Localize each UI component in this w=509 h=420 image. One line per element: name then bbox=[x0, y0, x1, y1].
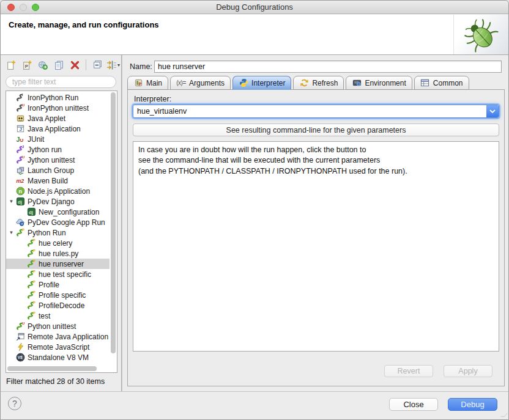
chevron-down-icon bbox=[489, 109, 496, 114]
tree-item-label: Profile specific bbox=[39, 291, 86, 300]
tree-item-python-run[interactable]: ▼PPython Run bbox=[6, 227, 110, 238]
svg-text:J: J bbox=[16, 136, 20, 143]
help-button[interactable]: ? bbox=[8, 397, 21, 410]
interpreter-combo-dropdown-button[interactable] bbox=[486, 105, 499, 117]
python-run-icon: P bbox=[26, 259, 36, 269]
duplicate-icon bbox=[54, 60, 64, 70]
tab-arguments[interactable]: (x)=Arguments bbox=[170, 76, 231, 90]
tab-environment[interactable]: Environment bbox=[346, 76, 412, 90]
tree-item-launch-group[interactable]: Launch Group bbox=[6, 165, 110, 175]
svg-text:dj: dj bbox=[18, 199, 22, 205]
name-input[interactable] bbox=[154, 61, 502, 73]
tree-item-remote-java-application[interactable]: Remote Java Application bbox=[6, 331, 110, 342]
tree-item-profile-specific[interactable]: PProfile specific bbox=[6, 290, 110, 300]
tree-item-label: Jython unittest bbox=[28, 156, 75, 164]
tree-vertical-scrollbar[interactable] bbox=[110, 92, 116, 364]
name-label: Name: bbox=[130, 62, 152, 71]
tree-item-java-application[interactable]: JJava Application bbox=[6, 123, 110, 134]
tree-item-label: Jython run bbox=[28, 146, 62, 154]
new-prototype-icon: P bbox=[22, 60, 32, 70]
tree-item-label: PyDev Django bbox=[28, 197, 75, 206]
tab-interpreter[interactable]: Interpreter bbox=[232, 76, 291, 90]
tab-refresh[interactable]: Refresh bbox=[293, 76, 344, 90]
tree-item-label: Python Run bbox=[28, 229, 66, 237]
tree-item-profiledecode[interactable]: PProfileDecode bbox=[6, 300, 110, 311]
tree-item-pydev-django[interactable]: ▼djPyDev Django bbox=[6, 196, 110, 207]
close-button[interactable]: Close bbox=[389, 398, 438, 411]
svg-text:dj: dj bbox=[29, 210, 33, 215]
tree-item-remote-javascript[interactable]: Remote JavaScript bbox=[6, 342, 110, 352]
see-command-line-button[interactable]: See resulting command-line for the given… bbox=[133, 123, 499, 136]
configurations-panel: P▾ IIronPython RunUIronPython unittestJa… bbox=[1, 55, 121, 392]
export-configurations-button[interactable] bbox=[36, 58, 50, 72]
tab-label: Interpreter bbox=[251, 79, 285, 87]
tree-item-standalone-v8-vm[interactable]: V8Standalone V8 VM bbox=[6, 352, 110, 363]
delete-configuration-button[interactable] bbox=[68, 58, 81, 72]
tab-common[interactable]: Common bbox=[414, 76, 469, 90]
tree-item-ironpython-run[interactable]: IIronPython Run bbox=[6, 92, 110, 103]
svg-text:U: U bbox=[20, 138, 23, 143]
tab-label: Refresh bbox=[312, 79, 338, 87]
svg-text:P: P bbox=[32, 301, 35, 304]
tree-item-label: IronPython unittest bbox=[28, 104, 89, 112]
python-run-icon: P bbox=[26, 270, 36, 279]
interpreter-combo-input[interactable] bbox=[133, 105, 486, 117]
tree-item-hue-celery[interactable]: Phue celery bbox=[6, 238, 110, 248]
tree-item-junit[interactable]: JUJUnit bbox=[6, 134, 110, 144]
svg-text:P: P bbox=[21, 228, 24, 232]
header-banner: Create, manage, and run configurations bbox=[1, 15, 508, 55]
tree-item-java-applet[interactable]: Java Applet bbox=[6, 113, 110, 123]
new-configuration-button[interactable] bbox=[4, 58, 18, 72]
tab-main[interactable]: PMain bbox=[127, 76, 168, 90]
tab-label: Main bbox=[146, 79, 162, 87]
filter-input[interactable] bbox=[6, 76, 116, 88]
svg-text:P: P bbox=[32, 238, 35, 242]
svg-text:J: J bbox=[21, 145, 23, 149]
new-config-icon bbox=[6, 60, 17, 70]
interpreter-combo bbox=[133, 105, 499, 118]
svg-text:P: P bbox=[32, 280, 35, 284]
tree-item-jython-run[interactable]: JJython run bbox=[6, 144, 110, 155]
tree-item-ironpython-unittest[interactable]: UIronPython unittest bbox=[6, 103, 110, 113]
resize-grip[interactable] bbox=[500, 413, 508, 417]
python-unittest-icon: U bbox=[15, 322, 25, 331]
expand-triangle-icon[interactable]: ▼ bbox=[7, 199, 15, 204]
debug-button[interactable]: Debug bbox=[448, 398, 497, 411]
java-application-icon: J bbox=[15, 124, 25, 134]
filter-configurations-button[interactable]: ▾ bbox=[106, 58, 120, 72]
collapse-all-button[interactable] bbox=[91, 58, 104, 72]
tree-item-jython-unittest[interactable]: UJython unittest bbox=[6, 155, 110, 165]
duplicate-configuration-button[interactable] bbox=[52, 58, 65, 72]
tree-item-python-unittest[interactable]: UPython unittest bbox=[6, 321, 110, 331]
svg-text:U: U bbox=[21, 155, 24, 159]
tree-item-node-js-application[interactable]: nNode.js Application bbox=[6, 186, 110, 196]
new-prototype-button[interactable]: P bbox=[20, 58, 34, 72]
tree-item-pydev-google-app-run[interactable]: PyDev Google App Run bbox=[6, 217, 110, 227]
tree-item-profile[interactable]: PProfile bbox=[6, 279, 110, 290]
tree-rows: IIronPython RunUIronPython unittestJava … bbox=[6, 92, 110, 365]
tree-item-hue-runserver[interactable]: Phue runserver bbox=[6, 259, 110, 269]
tree-item-label: Node.js Application bbox=[28, 187, 90, 196]
tree-item-label: Remote Java Application bbox=[28, 333, 108, 341]
interpreter-label: Interpreter: bbox=[134, 95, 171, 103]
tree-item-maven-build[interactable]: m2Maven Build bbox=[6, 175, 110, 186]
svg-text:P: P bbox=[32, 311, 35, 315]
expand-triangle-icon[interactable]: ▼ bbox=[7, 230, 15, 235]
tree-horizontal-scrollbar[interactable] bbox=[7, 366, 109, 372]
info-line: see the command-line that will be execut… bbox=[138, 155, 494, 166]
tab-label: Arguments bbox=[189, 79, 225, 87]
tree-item-label: IronPython Run bbox=[28, 94, 78, 102]
svg-text:P: P bbox=[32, 270, 35, 273]
tree-item-label: hue runserver bbox=[39, 260, 84, 268]
tree-item-hue-rules-py[interactable]: Phue rules.py bbox=[6, 248, 110, 259]
tab-bar: PMain(x)=ArgumentsInterpreterRefreshEnvi… bbox=[127, 75, 471, 90]
revert-button[interactable]: Revert bbox=[384, 365, 433, 377]
tree-item-test[interactable]: Ptest bbox=[6, 311, 110, 321]
svg-text:P: P bbox=[24, 63, 28, 68]
tree-item-new-configuration[interactable]: djNew_configuration bbox=[6, 207, 110, 217]
pydev-django-icon: dj bbox=[15, 197, 25, 207]
svg-text:P: P bbox=[32, 259, 35, 263]
banner-title: Create, manage, and run configurations bbox=[9, 20, 159, 29]
apply-button[interactable]: Apply bbox=[444, 365, 492, 377]
tree-item-hue-test-specific[interactable]: Phue test specific bbox=[6, 269, 110, 279]
